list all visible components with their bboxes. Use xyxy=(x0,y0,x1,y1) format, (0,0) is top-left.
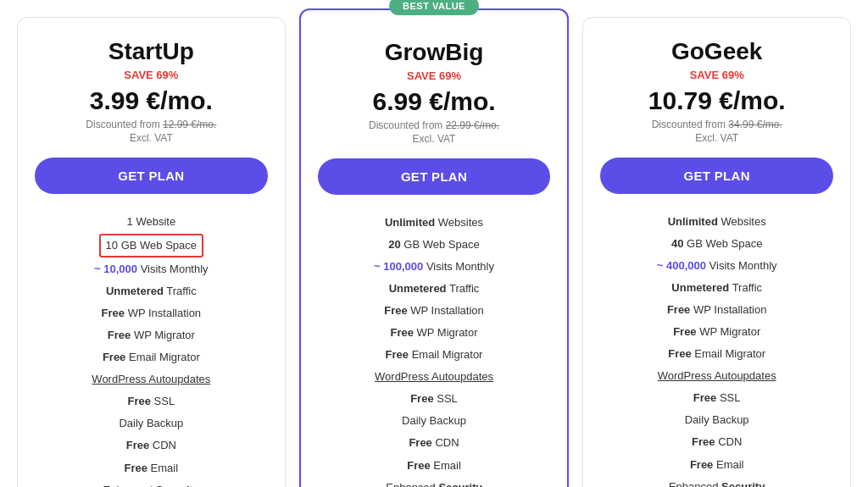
feature-item: Free WP Installation xyxy=(318,300,551,322)
save-badge: SAVE 69% xyxy=(600,69,833,81)
plan-name: StartUp xyxy=(35,38,268,65)
feature-item: Enhanced Security xyxy=(600,476,833,487)
features-list: Unlimited Websites20 GB Web Space~ 100,0… xyxy=(318,212,551,487)
plans-container: StartUpSAVE 69%3.99 €/mo.Discounted from… xyxy=(10,17,858,487)
plan-name: GoGeek xyxy=(600,38,833,65)
feature-item: Free SSL xyxy=(318,388,551,410)
features-list: 1 Website10 GB Web Space~ 10,000 Visits … xyxy=(35,211,268,487)
feature-item: ~ 400,000 Visits Monthly xyxy=(600,255,833,277)
feature-item: Daily Backup xyxy=(318,410,551,432)
plan-price: 6.99 €/mo. xyxy=(318,87,551,116)
feature-item: Free WP Installation xyxy=(600,299,833,321)
plan-card-gogeek: GoGeekSAVE 69%10.79 €/mo.Discounted from… xyxy=(582,17,851,487)
get-plan-button[interactable]: GET PLAN xyxy=(600,158,833,194)
feature-item: WordPress Autoupdates xyxy=(318,366,551,388)
excl-vat: Excl. VAT xyxy=(318,133,551,145)
features-list: Unlimited Websites40 GB Web Space~ 400,0… xyxy=(600,211,833,487)
feature-item: Unlimited Websites xyxy=(600,211,833,233)
discounted-from: Discounted from 12.99 €/mo. xyxy=(35,119,268,130)
feature-item: ~ 100,000 Visits Monthly xyxy=(318,256,551,278)
excl-vat: Excl. VAT xyxy=(35,132,268,144)
feature-item: WordPress Autoupdates xyxy=(35,368,268,390)
feature-item: Free Email Migrator xyxy=(35,346,268,368)
best-value-badge: BEST VALUE xyxy=(389,0,479,15)
feature-item: Free Email xyxy=(600,454,833,476)
get-plan-button[interactable]: GET PLAN xyxy=(318,158,551,195)
feature-item: Daily Backup xyxy=(35,412,268,434)
feature-item: 10 GB Web Space xyxy=(35,233,268,258)
discounted-from: Discounted from 34.99 €/mo. xyxy=(600,119,833,130)
plan-price: 10.79 €/mo. xyxy=(600,86,833,115)
save-badge: SAVE 69% xyxy=(318,69,551,82)
save-badge: SAVE 69% xyxy=(35,69,268,81)
discounted-from: Discounted from 22.99 €/mo. xyxy=(318,119,551,131)
feature-item: Daily Backup xyxy=(600,409,833,431)
plan-name: GrowBig xyxy=(318,39,551,66)
feature-item: Unmetered Traffic xyxy=(600,277,833,299)
plan-card-startup: StartUpSAVE 69%3.99 €/mo.Discounted from… xyxy=(17,17,286,487)
feature-item: Unlimited Websites xyxy=(318,212,551,234)
feature-item: ~ 10,000 Visits Monthly xyxy=(35,258,268,280)
feature-item: 1 Website xyxy=(35,211,268,233)
feature-item: Free CDN xyxy=(600,431,833,453)
feature-item: Free WP Installation xyxy=(35,302,268,324)
feature-item: Free WP Migrator xyxy=(35,324,268,346)
feature-item: Free WP Migrator xyxy=(318,322,551,344)
feature-item: Unmetered Traffic xyxy=(318,278,551,300)
feature-item: Free Email Migrator xyxy=(318,344,551,366)
feature-item: Free Email Migrator xyxy=(600,343,833,365)
feature-item: 40 GB Web Space xyxy=(600,233,833,255)
get-plan-button[interactable]: GET PLAN xyxy=(35,158,268,194)
feature-item: Free SSL xyxy=(600,387,833,409)
plan-card-growbig: BEST VALUEGrowBigSAVE 69%6.99 €/mo.Disco… xyxy=(299,8,570,487)
feature-item: Free SSL xyxy=(35,390,268,412)
feature-item: Enhanced Security xyxy=(318,477,551,487)
feature-item: 20 GB Web Space xyxy=(318,234,551,256)
feature-item: Free Email xyxy=(318,455,551,477)
feature-item: Free CDN xyxy=(35,434,268,457)
feature-item: Unmetered Traffic xyxy=(35,280,268,302)
plan-price: 3.99 €/mo. xyxy=(35,86,268,115)
excl-vat: Excl. VAT xyxy=(600,132,833,144)
feature-item: WordPress Autoupdates xyxy=(600,365,833,387)
feature-item: Free WP Migrator xyxy=(600,321,833,343)
feature-item: Free Email xyxy=(35,457,268,479)
feature-item: Enhanced Security xyxy=(35,479,268,487)
feature-item: Free CDN xyxy=(318,432,551,454)
